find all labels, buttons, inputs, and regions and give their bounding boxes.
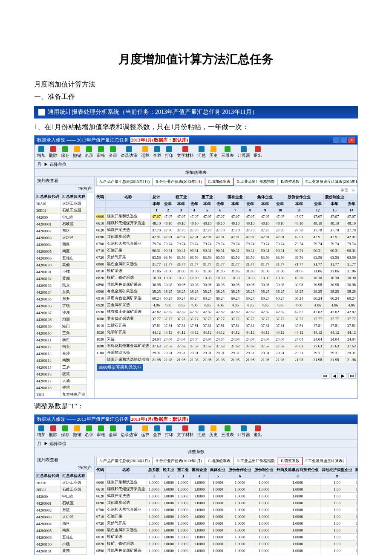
list-mode-2: 按列表查看 (35, 456, 94, 464)
toolbar-文字材料[interactable]: 文字材料 (177, 425, 194, 438)
toolbar-全审[interactable]: 全审 (109, 425, 117, 438)
toolbar-运算[interactable]: 运算 (141, 146, 150, 159)
toolbar-打印[interactable]: 打印 (165, 146, 173, 159)
select-unit-button[interactable]: ▶ 选择单位 (44, 162, 66, 168)
window-title-2: 数据录入修改 —— 2013年产值产量汇总任务 (37, 416, 129, 422)
window-title: 数据录入修改 —— 2013年产值产量汇总任务 (37, 137, 129, 143)
subbar-2: 月 ▶ 选择单位 (35, 440, 357, 448)
tab-0[interactable]: A.产品产量汇总表(2013年1月) (96, 178, 153, 186)
select-unit-button-2[interactable]: ▶ 选择单位 (44, 441, 66, 447)
toolbar-打印[interactable]: 打印 (165, 425, 173, 438)
toolbar-撤销[interactable]: 撤销 (73, 425, 81, 438)
tab-1[interactable]: B.分行业产值表(2013年1月) (153, 178, 205, 186)
toolbar-计算器[interactable]: 计算器 (237, 146, 250, 159)
nav-first[interactable]: ⏮ (322, 373, 329, 379)
month-icon-2[interactable]: 月 (37, 441, 41, 447)
list-mode: 按列表查看 (35, 177, 94, 185)
record-count: 29/29户 (78, 186, 92, 192)
toolbar-审核[interactable]: 审核 (97, 425, 105, 438)
system-banner: 通用统计报表处理分析系统（当前任务：2013年产值产量汇总任务 2013年11月… (34, 106, 358, 119)
window-titlebar-2: 数据录入修改 —— 2013年产值产量汇总任务 2013年1月(数据库：默认库) (35, 415, 357, 424)
toolbar-退出[interactable]: 退出 (254, 425, 262, 438)
toolbar-增加[interactable]: 增加 (37, 425, 46, 438)
toolbar-删除[interactable]: 删除 (49, 146, 58, 159)
toolbar-名录[interactable]: 名录 (85, 146, 93, 159)
grid-nav[interactable]: ⏮ ◀ ▶ ⏭ (95, 372, 357, 379)
toolbar-名录[interactable]: 名录 (85, 425, 93, 438)
toolbar-全算[interactable]: 全算 (153, 146, 161, 159)
toolbar-汇总[interactable]: 汇总 (197, 146, 206, 159)
toolbar-撤销[interactable]: 撤销 (73, 146, 81, 159)
window-titlebar: 数据录入修改 —— 2013年产值产量汇总任务 2013年1月(数据库：默认库)… (35, 136, 357, 145)
record-count-2: 29/29户 (78, 465, 92, 471)
data-grid[interactable]: 代码名称总计轻工业重工业国有企业集体企业股份合作企业股份制企业外商及港澳台商投资… (95, 194, 357, 363)
month-icon[interactable]: 月 (37, 162, 41, 168)
toolbar-边录边审[interactable]: 边录边审 (121, 425, 138, 438)
toolbar-全算[interactable]: 全算 (153, 425, 161, 438)
tab-5[interactable]: F.工业发展速度计算表( (303, 457, 347, 465)
screenshot-1: 数据录入修改 —— 2013年产值产量汇总任务 2013年1月(数据库：默认库)… (34, 135, 358, 399)
close-button[interactable]: × (348, 137, 355, 143)
nav-last[interactable]: ⏭ (348, 373, 356, 379)
doc-title: 月度增加值计算方法汇总任务 (34, 51, 358, 67)
sheet-header-2: 调整系数 (35, 448, 357, 456)
screenshot-2: 数据录入修改 —— 2013年产值产量汇总任务 2013年1月(数据库：默认库)… (34, 414, 358, 555)
toolbar-删除[interactable]: 删除 (49, 425, 58, 438)
banner-text: 通用统计报表处理分析系统（当前任务：2013年产值产量汇总任务 2013年11月… (48, 108, 258, 116)
selected-row-indicator: 0600煤炭开采和洗选业 (97, 364, 143, 371)
maximize-button[interactable]: □ (340, 137, 347, 143)
toolbar-边录边审[interactable]: 边录边审 (121, 146, 138, 159)
tab-5[interactable]: F.工业发展速度计算表(2013年1月) (303, 178, 357, 186)
tab-2[interactable]: C.增加值率表 (205, 457, 233, 465)
unit-list[interactable]: 汇总单位代码汇总单位名称20A01火炬工业园20B02石岐工业园442000中山… (35, 193, 87, 398)
toolbar-全审[interactable]: 全审 (109, 146, 117, 159)
sheet-header: 增加值率表 (35, 169, 357, 177)
step-1-note: 调整系数是"1"： (34, 402, 358, 411)
step-1-text: 1、在1月份粘帖增加值率表和调整系数，只在1月份粘帖，一年做一次： (34, 123, 358, 132)
tab-0[interactable]: A.产品产量汇总表(2013年1月) (96, 457, 153, 465)
toolbar-三维表[interactable]: 三维表 (221, 146, 234, 159)
toolbar-审核[interactable]: 审核 (97, 146, 105, 159)
app-icon (38, 109, 45, 116)
data-grid-2[interactable]: 代码名称总系数轻工业重工业国有企业集体企业股份合作企业股份制企业外商及港澳台商投… (95, 466, 357, 554)
toolbar: 增加删除保存撤销名录审核全审边录边审运算全算打印文字材料汇总历史三维表计算器退出 (35, 145, 357, 161)
minimize-button[interactable]: _ (333, 137, 340, 143)
subbar: 月 ▶ 选择单位 (35, 161, 357, 169)
nav-prev[interactable]: ◀ (331, 373, 338, 379)
tab-4[interactable]: E.调整系数 (278, 178, 303, 186)
tab-1[interactable]: B.分行业产值表(2013年1月) (153, 457, 205, 465)
toolbar-运算[interactable]: 运算 (141, 425, 150, 438)
unit-label: 单位：% (95, 187, 357, 194)
tab-3[interactable]: D.工业品出厂价格指数 (233, 457, 278, 465)
window-title-ds: 2013年1月(数据库：默认库) (130, 137, 189, 143)
tab-3[interactable]: D.工业品出厂价格指数 (233, 178, 278, 186)
toolbar-增加[interactable]: 增加 (37, 146, 46, 159)
toolbar-三维表[interactable]: 三维表 (221, 425, 234, 438)
tab-2[interactable]: C.增加值率表 (205, 178, 233, 186)
toolbar-2: 增加删除保存撤销名录审核全审边录边审运算全算打印文字材料汇总历史三维表计算器退出 (35, 424, 357, 440)
toolbar-退出[interactable]: 退出 (254, 146, 262, 159)
tab-4[interactable]: E.调整系数 (278, 457, 303, 465)
nav-next[interactable]: ▶ (340, 373, 346, 379)
sheet-tabs-2[interactable]: A.产品产量汇总表(2013年1月)B.分行业产值表(2013年1月)C.增加值… (95, 456, 357, 466)
toolbar-保存[interactable]: 保存 (61, 425, 69, 438)
toolbar-文字材料[interactable]: 文字材料 (177, 146, 194, 159)
toolbar-历史[interactable]: 历史 (209, 425, 218, 438)
toolbar-计算器[interactable]: 计算器 (237, 425, 250, 438)
toolbar-汇总[interactable]: 汇总 (197, 425, 206, 438)
toolbar-历史[interactable]: 历史 (209, 146, 218, 159)
toolbar-保存[interactable]: 保存 (61, 146, 69, 159)
unit-list-2[interactable]: 汇总单位代码汇总单位名称20A01火炬工业园20B02石岐工业园442000中山… (35, 472, 87, 555)
doc-subtitle: 月度增加值计算方法 (34, 80, 358, 89)
sheet-tabs[interactable]: A.产品产量汇总表(2013年1月)B.分行业产值表(2013年1月)C.增加值… (95, 177, 357, 187)
section-heading-1: 一、准备工作 (34, 92, 358, 101)
window-title-ds-2: 2013年1月(数据库：默认库) (130, 416, 189, 422)
